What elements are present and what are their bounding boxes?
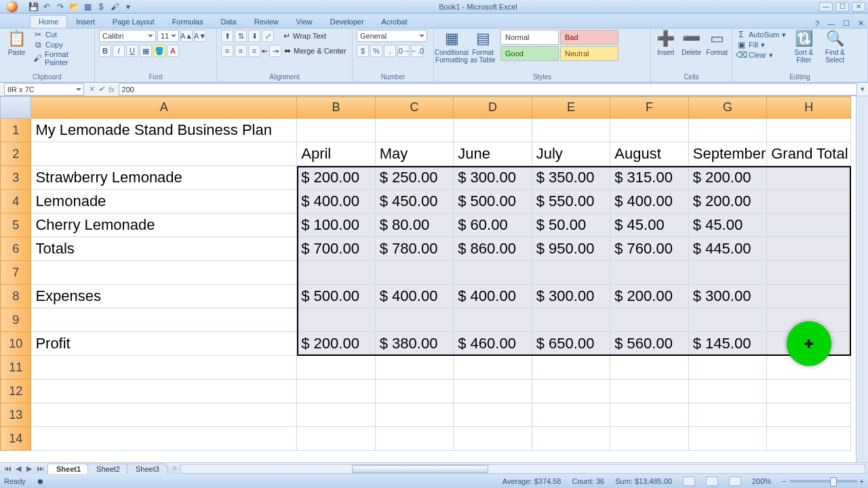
zoom-level[interactable]: 200%: [752, 477, 771, 485]
accounting-button[interactable]: $: [357, 45, 369, 57]
col-header-B[interactable]: B: [297, 97, 376, 119]
cell[interactable]: $ 45.00: [688, 214, 767, 237]
sort-filter-button[interactable]: 🔃Sort & Filter: [790, 30, 817, 64]
row-header-11[interactable]: 11: [1, 356, 31, 380]
cell[interactable]: Cherry Lemonade: [31, 214, 297, 237]
cell[interactable]: $ 550.00: [532, 190, 610, 214]
row-header-3[interactable]: 3: [1, 166, 31, 190]
cell[interactable]: [767, 214, 851, 237]
tab-developer[interactable]: Developer: [321, 15, 372, 28]
vertical-scrollbar[interactable]: [856, 96, 868, 462]
cell[interactable]: [767, 190, 851, 214]
cell[interactable]: [454, 427, 532, 451]
row-header-4[interactable]: 4: [1, 190, 31, 214]
close-button[interactable]: ✕: [852, 2, 865, 12]
cell[interactable]: $ 700.00: [297, 237, 376, 261]
cell[interactable]: [610, 261, 689, 285]
cell[interactable]: $ 50.00: [532, 214, 610, 237]
cell[interactable]: $ 500.00: [297, 285, 376, 308]
font-color-button[interactable]: A: [167, 45, 179, 57]
tab-home[interactable]: Home: [30, 15, 67, 28]
delete-cells-button[interactable]: ➖Delete: [681, 30, 703, 56]
cell[interactable]: $ 200.00: [688, 166, 767, 190]
tab-acrobat[interactable]: Acrobat: [373, 15, 416, 28]
cell[interactable]: $ 500.00: [454, 190, 532, 214]
cell[interactable]: [454, 356, 532, 380]
cell[interactable]: [532, 380, 610, 403]
cell[interactable]: [688, 380, 767, 403]
font-name-combo[interactable]: Calibri: [99, 30, 156, 42]
cell[interactable]: $ 315.00: [610, 166, 689, 190]
currency-icon[interactable]: $: [96, 2, 106, 12]
cell[interactable]: [532, 427, 610, 451]
cell[interactable]: [688, 261, 767, 285]
office-button[interactable]: [0, 0, 24, 14]
cell[interactable]: [31, 427, 297, 451]
cell[interactable]: $ 780.00: [375, 237, 454, 261]
cell[interactable]: [297, 261, 376, 285]
format-cells-button[interactable]: ▭Format: [706, 30, 728, 56]
macro-record-icon[interactable]: ⏺: [37, 477, 44, 485]
tab-formulas[interactable]: Formulas: [163, 15, 212, 28]
cell[interactable]: [31, 261, 297, 285]
cell[interactable]: [454, 261, 532, 285]
cell[interactable]: $ 445.00: [688, 237, 767, 261]
cell[interactable]: [767, 119, 851, 142]
shrink-font-button[interactable]: A▼: [194, 30, 206, 42]
col-header-A[interactable]: A: [31, 97, 297, 119]
sheet-nav-buttons[interactable]: ⏮◀▶⏭: [3, 464, 45, 473]
cell[interactable]: [297, 380, 376, 403]
decrease-decimal-button[interactable]: ←.0: [411, 45, 423, 57]
cell[interactable]: $ 650.00: [532, 332, 610, 356]
col-header-F[interactable]: F: [610, 97, 689, 119]
underline-button[interactable]: U: [126, 45, 138, 57]
cell[interactable]: $ 80.00: [375, 214, 454, 237]
cell[interactable]: $ 100.00: [297, 214, 376, 237]
cell[interactable]: $ 300.00: [688, 285, 767, 308]
cell[interactable]: [297, 403, 376, 427]
restore-workbook-button[interactable]: ☐: [839, 19, 854, 28]
align-top-button[interactable]: ⬆: [221, 30, 233, 42]
align-left-button[interactable]: ≡: [221, 45, 233, 57]
maximize-button[interactable]: ☐: [835, 2, 849, 12]
merge-center-button[interactable]: Merge & Center: [294, 47, 347, 55]
cell[interactable]: [532, 119, 610, 142]
cell[interactable]: [297, 119, 376, 142]
insert-cells-button[interactable]: ➕Insert: [655, 30, 677, 56]
cell[interactable]: $ 400.00: [297, 190, 376, 214]
cell[interactable]: [610, 308, 689, 332]
row-header-5[interactable]: 5: [1, 214, 31, 237]
increase-indent-button[interactable]: ⇥: [269, 45, 281, 57]
cell[interactable]: Profit: [31, 332, 297, 356]
cell[interactable]: [767, 166, 851, 190]
italic-button[interactable]: I: [113, 45, 125, 57]
row-header-13[interactable]: 13: [1, 403, 31, 427]
align-right-button[interactable]: ≡: [248, 45, 260, 57]
cell[interactable]: [610, 380, 689, 403]
formula-input[interactable]: 200: [119, 83, 857, 96]
cell[interactable]: [454, 403, 532, 427]
cell[interactable]: [375, 261, 454, 285]
fill-button[interactable]: ▣Fill ▾: [736, 40, 786, 49]
cell[interactable]: [31, 308, 297, 332]
align-center-button[interactable]: ≡: [235, 45, 247, 57]
chevron-down-icon[interactable]: ▾: [123, 2, 133, 12]
cell[interactable]: $ 300.00: [454, 166, 532, 190]
scroll-thumb[interactable]: [352, 465, 489, 473]
cell[interactable]: $ 560.00: [610, 332, 689, 356]
open-icon[interactable]: 📂: [69, 2, 79, 12]
cell[interactable]: $ 45.00: [610, 214, 689, 237]
cell[interactable]: $ 450.00: [375, 190, 454, 214]
cell[interactable]: [532, 403, 610, 427]
cell[interactable]: [31, 356, 297, 380]
cell[interactable]: My Lemonade Stand Business Plan: [31, 119, 297, 142]
cell[interactable]: [375, 356, 454, 380]
cell[interactable]: Strawberry Lemonade: [31, 166, 297, 190]
col-header-G[interactable]: G: [688, 97, 767, 119]
cell[interactable]: [767, 285, 851, 308]
row-header-6[interactable]: 6: [1, 237, 31, 261]
border-button[interactable]: ▦: [140, 45, 152, 57]
cell[interactable]: [297, 427, 376, 451]
new-sheet-button[interactable]: ✧: [172, 464, 178, 473]
fill-color-button[interactable]: 🪣: [153, 45, 165, 57]
